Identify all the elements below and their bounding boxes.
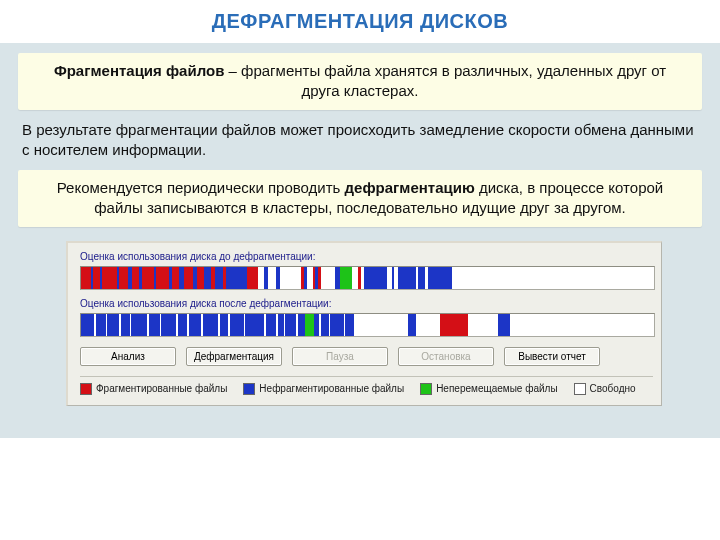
bar-segment [321, 267, 335, 289]
bar-segment [161, 314, 175, 336]
bar-segment [305, 314, 315, 336]
bar-segment [266, 314, 276, 336]
bar-segment [121, 314, 129, 336]
bar-after [80, 313, 655, 337]
bar-segment [184, 267, 194, 289]
bar-segment [178, 314, 188, 336]
mid-paragraph: В результате фрагментации файлов может п… [18, 120, 702, 161]
frag-desc: – фрагменты файла хранятся в различных, … [224, 62, 666, 99]
bar-segment [132, 267, 139, 289]
legend-frag-label: Фрагментированные файлы [96, 383, 227, 394]
legend-free-label: Свободно [590, 383, 636, 394]
frag-term: Фрагментация файлов [54, 62, 225, 79]
bar-segment [81, 314, 94, 336]
stop-button[interactable]: Остановка [398, 347, 494, 366]
bar-segment [189, 314, 201, 336]
bar-segment [131, 314, 147, 336]
bar-segment [321, 314, 329, 336]
bar-segment [452, 267, 653, 289]
page-title: ДЕФРАГМЕНТАЦИЯ ДИСКОВ [0, 10, 720, 33]
bar-segment [226, 267, 247, 289]
defrag-pre: Рекомендуется периодически проводить [57, 179, 345, 196]
button-row: Анализ Дефрагментация Пауза Остановка Вы… [80, 347, 653, 366]
defrag-window: Оценка использования диска до дефрагмент… [66, 241, 662, 406]
bar-segment [107, 314, 119, 336]
bar-segment [119, 267, 128, 289]
bar-segment [340, 267, 352, 289]
pause-button[interactable]: Пауза [292, 347, 388, 366]
defrag-term: дефрагментацию [345, 179, 475, 196]
bar-segment [197, 267, 204, 289]
defrag-button[interactable]: Дефрагментация [186, 347, 282, 366]
bar-segment [440, 314, 468, 336]
bar-segment [285, 314, 296, 336]
bar-segment [408, 314, 416, 336]
bar-before [80, 266, 655, 290]
legend-frag: Фрагментированные файлы [80, 383, 227, 395]
bar-segment [354, 314, 408, 336]
bar-segment [416, 314, 440, 336]
bar-segment [510, 314, 654, 336]
report-button[interactable]: Вывести отчет [504, 347, 600, 366]
analyze-button[interactable]: Анализ [80, 347, 176, 366]
bar-segment [204, 267, 211, 289]
swatch-free-icon [574, 383, 586, 395]
divider [80, 376, 653, 377]
bar-segment [498, 314, 510, 336]
bar-segment [93, 267, 100, 289]
swatch-immovable-icon [420, 383, 432, 395]
label-after: Оценка использования диска после дефрагм… [80, 298, 653, 309]
legend-immovable-label: Неперемещаемые файлы [436, 383, 557, 394]
bar-segment [172, 267, 179, 289]
legend-immovable: Неперемещаемые файлы [420, 383, 557, 395]
bar-segment [468, 314, 498, 336]
bar-segment [142, 267, 154, 289]
bar-segment [149, 314, 160, 336]
bar-segment [215, 267, 223, 289]
fragmentation-card: Фрагментация файлов – фрагменты файла хр… [18, 53, 702, 110]
legend: Фрагментированные файлы Нефрагментирован… [80, 383, 653, 395]
bar-segment [230, 314, 244, 336]
bar-segment [81, 267, 91, 289]
label-before: Оценка использования диска до дефрагмент… [80, 251, 653, 262]
swatch-frag-icon [80, 383, 92, 395]
bar-segment [268, 267, 277, 289]
legend-free: Свободно [574, 383, 636, 395]
bar-segment [220, 314, 228, 336]
swatch-nonfrag-icon [243, 383, 255, 395]
content-area: Фрагментация файлов – фрагменты файла хр… [0, 43, 720, 438]
bar-segment [345, 314, 353, 336]
legend-nonfrag-label: Нефрагментированные файлы [259, 383, 404, 394]
legend-nonfrag: Нефрагментированные файлы [243, 383, 404, 395]
bar-segment [203, 314, 219, 336]
bar-segment [298, 314, 305, 336]
bar-segment [364, 267, 387, 289]
bar-segment [245, 314, 264, 336]
defrag-card: Рекомендуется периодически проводить деф… [18, 170, 702, 227]
bar-segment [280, 267, 301, 289]
bar-segment [102, 267, 117, 289]
bar-segment [330, 314, 343, 336]
bar-segment [398, 267, 416, 289]
bar-segment [156, 267, 169, 289]
bar-segment [96, 314, 106, 336]
bar-segment [247, 267, 258, 289]
bar-segment [428, 267, 452, 289]
